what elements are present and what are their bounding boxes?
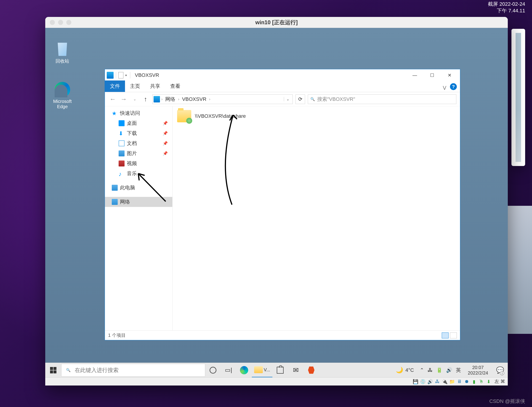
shared-folder-icon xyxy=(177,110,191,122)
explorer-title: VBOXSVR xyxy=(135,72,159,78)
ime-indicator[interactable]: 英 xyxy=(456,367,461,374)
explorer-app-icon[interactable] xyxy=(107,72,114,79)
vb-hdd-icon[interactable]: 💾 xyxy=(413,379,418,384)
search-icon: 🔍 xyxy=(310,97,315,101)
ribbon-tab-file[interactable]: 文件 xyxy=(105,80,125,92)
vb-host-key: 左 ⌘ xyxy=(494,378,505,385)
search-icon: 🔍 xyxy=(66,368,71,372)
vb-shared-folder-icon[interactable]: 📁 xyxy=(449,379,455,384)
annotation-arrow-to-network xyxy=(131,169,168,203)
quick-access-doc-icon[interactable] xyxy=(118,72,123,78)
videos-icon xyxy=(119,161,124,166)
recycle-bin-icon xyxy=(55,41,70,57)
vb-display-icon[interactable]: 🖥 xyxy=(457,379,462,384)
screenshot-caption: 截屏 2022-02-24 下午 7.44.11 xyxy=(488,1,525,14)
task-view-button[interactable]: ▭| xyxy=(221,363,236,377)
ribbon-tab-home[interactable]: 主页 xyxy=(125,80,145,92)
zoom-traffic-light[interactable] xyxy=(66,20,71,25)
taskbar-mail[interactable]: ✉ xyxy=(288,363,303,377)
taskbar-clock[interactable]: 20:07 2022/2/24 xyxy=(465,365,491,376)
maximize-button[interactable]: ☐ xyxy=(424,70,441,81)
address-history-dropdown[interactable]: ⌄ xyxy=(284,97,292,101)
explorer-icon xyxy=(254,366,263,373)
action-center-button[interactable]: 💬 1 xyxy=(495,363,505,377)
explorer-titlebar[interactable]: ▾ VBOXSVR — ☐ ✕ xyxy=(105,69,460,81)
cortana-icon xyxy=(209,367,216,374)
navigation-pane[interactable]: ★ 快速访问 桌面 📌 ⬇ 下载 📌 文档 xyxy=(105,106,173,330)
refresh-button[interactable]: ⟳ xyxy=(295,94,305,104)
vb-cpu-icon[interactable]: ▮ xyxy=(471,379,477,384)
breadcrumb-network[interactable]: 网络 xyxy=(164,96,177,103)
nav-quick-access[interactable]: ★ 快速访问 xyxy=(105,108,172,118)
taskbar-weather[interactable]: 🌙 4°C xyxy=(393,367,417,374)
taskbar-office[interactable] xyxy=(303,363,319,377)
taskbar-store[interactable] xyxy=(272,363,288,377)
minimize-traffic-light[interactable] xyxy=(58,20,63,25)
vm-titlebar[interactable]: win10 [正在运行] xyxy=(45,17,508,28)
pin-icon: 📌 xyxy=(163,151,168,156)
taskbar-explorer[interactable]: V... xyxy=(252,363,272,377)
nav-pictures[interactable]: 图片 📌 xyxy=(105,149,172,158)
file-explorer-window: ▾ VBOXSVR — ☐ ✕ 文件 主页 共享 查看 ⋁ ? xyxy=(105,69,460,340)
address-bar[interactable]: › 网络 › VBOXSVR › ⌄ xyxy=(152,94,293,104)
pc-icon xyxy=(112,185,118,191)
taskbar-edge[interactable] xyxy=(236,363,252,377)
preview-thumbnail[interactable] xyxy=(511,29,525,166)
ribbon-tab-view[interactable]: 查看 xyxy=(165,80,185,92)
vm-title: win10 [正在运行] xyxy=(255,19,298,26)
cortana-button[interactable] xyxy=(205,363,221,377)
minimize-button[interactable]: — xyxy=(406,70,424,81)
nav-up-button[interactable]: ↑ xyxy=(141,95,150,103)
battery-tray-icon[interactable]: 🔋 xyxy=(436,367,442,373)
view-icons-button[interactable] xyxy=(450,332,457,338)
taskbar-search[interactable]: 🔍 xyxy=(61,364,205,376)
close-button[interactable]: ✕ xyxy=(441,70,458,81)
pin-icon: 📌 xyxy=(163,141,168,146)
breadcrumb-folder[interactable]: VBOXSVR xyxy=(181,96,208,102)
location-icon xyxy=(154,96,160,102)
nav-desktop[interactable]: 桌面 📌 xyxy=(105,118,172,128)
quick-access-dropdown-icon[interactable]: ▾ xyxy=(125,73,127,77)
annotation-arrow-to-folder xyxy=(211,111,257,207)
search-box[interactable]: 🔍 xyxy=(308,94,456,104)
documents-icon xyxy=(119,141,124,146)
nav-documents[interactable]: 文档 📌 xyxy=(105,138,172,149)
vb-usb-icon[interactable]: 🔌 xyxy=(442,379,447,384)
nav-recent-dropdown[interactable]: ⌄ xyxy=(131,95,139,103)
vb-keyboard-icon[interactable]: ⬇ xyxy=(486,379,491,384)
network-tray-icon[interactable]: 🖧 xyxy=(428,367,432,373)
task-view-icon: ▭| xyxy=(225,367,232,374)
desktop-icon-edge[interactable]: Microsoft Edge xyxy=(50,82,75,109)
ribbon-expand-icon[interactable]: ⋁ xyxy=(441,83,449,92)
help-button[interactable]: ? xyxy=(450,83,457,90)
download-icon: ⬇ xyxy=(119,130,124,136)
store-icon xyxy=(277,367,284,374)
mail-icon: ✉ xyxy=(293,366,299,374)
vb-network-icon[interactable]: 🖧 xyxy=(435,379,440,384)
tray-overflow-icon[interactable]: ⌃ xyxy=(420,367,424,373)
search-input[interactable] xyxy=(317,96,454,102)
vb-audio-icon[interactable]: 🔊 xyxy=(427,379,433,384)
item-count: 1 个项目 xyxy=(108,332,126,338)
close-traffic-light[interactable] xyxy=(50,20,55,25)
nav-back-button[interactable]: ← xyxy=(108,95,117,103)
view-details-button[interactable] xyxy=(442,332,449,338)
nav-videos[interactable]: 视频 xyxy=(105,158,172,169)
start-button[interactable] xyxy=(45,363,61,377)
nav-downloads[interactable]: ⬇ 下载 📌 xyxy=(105,128,172,138)
virtualbox-vm-window: win10 [正在运行] 回收站 Microsoft Edge ▾ VBOXSV… xyxy=(45,17,508,385)
pin-icon: 📌 xyxy=(163,121,168,126)
nav-forward-button[interactable]: → xyxy=(120,95,128,103)
virtualbox-statusbar: 💾 💿 🔊 🖧 🔌 📁 🖥 ⏺ ▮ 🖱 ⬇ 左 ⌘ xyxy=(45,377,508,385)
content-pane[interactable]: \\VBOXSVR\datashare xyxy=(173,106,460,330)
network-icon xyxy=(112,199,118,205)
taskbar-search-input[interactable] xyxy=(75,367,200,373)
windows-desktop[interactable]: 回收站 Microsoft Edge ▾ VBOXSVR — ☐ ✕ xyxy=(45,28,508,377)
vb-recording-icon[interactable]: ⏺ xyxy=(464,379,469,384)
ribbon-tab-share[interactable]: 共享 xyxy=(145,80,165,92)
vb-optical-icon[interactable]: 💿 xyxy=(420,379,425,384)
pictures-icon xyxy=(119,150,124,157)
vb-mouse-icon[interactable]: 🖱 xyxy=(478,379,484,384)
desktop-icon-recycle-bin[interactable]: 回收站 xyxy=(50,41,75,64)
volume-tray-icon[interactable]: 🔊 xyxy=(446,367,452,373)
